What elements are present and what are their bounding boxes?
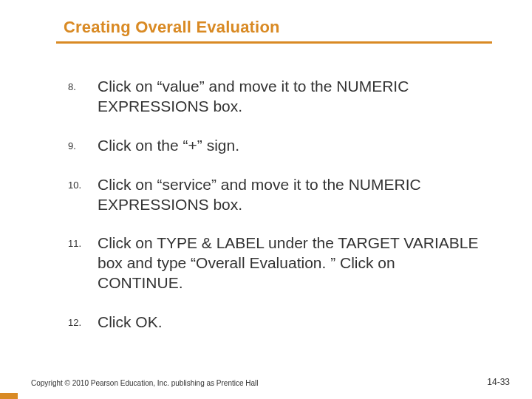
slide-title: Creating Overall Evaluation bbox=[64, 18, 502, 37]
title-area: Creating Overall Evaluation bbox=[64, 18, 502, 44]
ordered-list: 8. Click on “value” and move it to the N… bbox=[68, 77, 480, 332]
list-text: Click on “service” and move it to the NU… bbox=[98, 175, 480, 215]
list-item: 10. Click on “service” and move it to th… bbox=[68, 175, 480, 215]
corner-accent bbox=[0, 393, 18, 399]
list-number: 11. bbox=[68, 233, 98, 249]
title-underline bbox=[56, 41, 492, 44]
list-number: 12. bbox=[68, 313, 98, 328]
list-item: 12. Click OK. bbox=[68, 313, 480, 332]
list-item: 11. Click on TYPE & LABEL under the TARG… bbox=[68, 233, 480, 293]
copyright-text: Copyright © 2010 Pearson Education, Inc.… bbox=[31, 379, 259, 387]
list-text: Click on “value” and move it to the NUME… bbox=[98, 77, 480, 117]
list-number: 10. bbox=[68, 175, 98, 191]
list-text: Click on TYPE & LABEL under the TARGET V… bbox=[98, 233, 480, 293]
list-text: Click OK. bbox=[98, 313, 163, 332]
list-item: 8. Click on “value” and move it to the N… bbox=[68, 77, 480, 117]
slide: Creating Overall Evaluation 8. Click on … bbox=[0, 0, 532, 399]
page-number: 14-33 bbox=[487, 377, 510, 387]
list-area: 8. Click on “value” and move it to the N… bbox=[68, 77, 480, 352]
list-item: 9. Click on the “+” sign. bbox=[68, 136, 480, 156]
footer: Copyright © 2010 Pearson Education, Inc.… bbox=[31, 377, 510, 387]
list-number: 8. bbox=[68, 77, 98, 92]
list-number: 9. bbox=[68, 136, 98, 151]
list-text: Click on the “+” sign. bbox=[98, 136, 239, 156]
